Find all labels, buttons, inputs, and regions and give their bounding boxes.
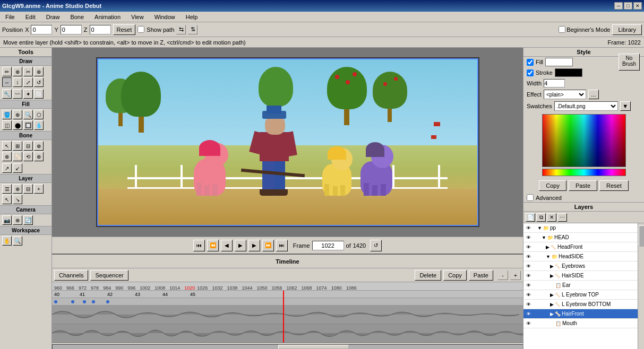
show-path-checkbox[interactable] xyxy=(138,26,144,33)
fliph-button[interactable]: ⇆ xyxy=(176,25,186,34)
layer-hairside[interactable]: 👁 ▶ 🦴 HairSIDE xyxy=(523,271,638,281)
step-back-button[interactable]: ◀ xyxy=(221,240,233,251)
z-input[interactable] xyxy=(90,25,111,34)
bone-tool-4[interactable]: ⊕ xyxy=(34,141,44,151)
fill-color-swatch[interactable] xyxy=(545,58,573,66)
fill-tool-3[interactable]: 🔍 xyxy=(23,110,33,119)
bone-tool-1[interactable]: ↖ xyxy=(2,141,12,151)
layer-hairfront[interactable]: 👁 ▶ 🦴 HairFront xyxy=(523,309,638,319)
layer-tool-1[interactable]: ☰ xyxy=(2,184,12,194)
layer-leyebrow-bottom[interactable]: 👁 ▶ 🦴 L Eyebrow BOTTOM xyxy=(523,300,638,309)
workspace-tool-1[interactable]: ✋ xyxy=(2,236,12,246)
camera-tool-3[interactable]: 🔄 xyxy=(23,215,33,225)
no-brush-button[interactable]: NoBrush xyxy=(619,54,640,71)
beginner-mode-checkbox[interactable] xyxy=(559,26,565,33)
layer-expand-leyebrow-top[interactable]: ▶ xyxy=(550,292,554,298)
draw-tool-8[interactable]: ↺ xyxy=(34,77,44,87)
swatches-more-button[interactable]: ▼ xyxy=(620,101,631,111)
fill-tool-1[interactable]: 🪣 xyxy=(2,110,12,119)
color-gradient-container[interactable] xyxy=(542,114,626,167)
menu-help[interactable]: Help xyxy=(183,13,201,21)
bone-tool-7[interactable]: ⟲ xyxy=(23,152,33,161)
menu-bone[interactable]: Bone xyxy=(67,13,87,21)
layer-new-button[interactable]: 📄 xyxy=(526,213,535,222)
effect-select[interactable]: <plain> xyxy=(544,90,586,99)
fill-tool-6[interactable]: ⬤ xyxy=(13,120,22,130)
layers-scrollbar[interactable] xyxy=(638,223,644,349)
layer-mouth[interactable]: 👁 📋 Mouth xyxy=(523,319,638,328)
timeline-scroll-thumb[interactable] xyxy=(278,345,349,349)
stroke-checkbox[interactable] xyxy=(527,69,534,76)
layer-eye-leyebrow-top[interactable]: 👁 xyxy=(525,291,532,299)
stroke-color-swatch[interactable] xyxy=(555,68,582,77)
play-button[interactable]: ▶ xyxy=(235,240,246,251)
draw-tool-12[interactable]: ⬜ xyxy=(34,89,44,99)
layer-eye-ear[interactable]: 👁 xyxy=(525,282,532,289)
layer-eye-eyebrows[interactable]: 👁 xyxy=(525,263,532,270)
draw-tool-3[interactable]: ✂ xyxy=(23,67,33,76)
bone-tool-9[interactable]: ↗ xyxy=(2,163,12,173)
layer-eye-headside[interactable]: 👁 xyxy=(525,253,532,260)
fill-tool-8[interactable]: 💧 xyxy=(34,120,44,130)
layer-eye-pp[interactable]: 👁 xyxy=(525,224,532,232)
draw-tool-6[interactable]: ↕ xyxy=(13,77,22,87)
draw-tool-9[interactable]: 🔧 xyxy=(2,89,12,99)
layer-expand-hairfront[interactable]: ▶ xyxy=(550,311,554,317)
layer-delete-button[interactable]: ✕ xyxy=(547,213,556,222)
bone-tool-5[interactable]: ⊗ xyxy=(2,152,12,161)
delete-button[interactable]: Delete xyxy=(415,270,441,281)
layer-headfront[interactable]: 👁 ▶ 🦴 HeadFront xyxy=(523,242,638,252)
bone-tool-3[interactable]: ⊟ xyxy=(23,141,33,151)
layer-eye-hairside[interactable]: 👁 xyxy=(525,272,532,280)
menu-animation[interactable]: Animation xyxy=(91,13,124,21)
menu-view[interactable]: View xyxy=(128,13,147,21)
layer-headside[interactable]: 👁 ▼ 📁 HeadSIDE xyxy=(523,252,638,261)
frame-input[interactable] xyxy=(312,241,344,250)
layer-expand-eyebrows[interactable]: ▶ xyxy=(550,264,554,269)
camera-tool-2[interactable]: ⊕ xyxy=(13,215,22,225)
flipv-button[interactable]: ⇅ xyxy=(188,25,198,34)
hue-slider[interactable] xyxy=(542,169,626,176)
fill-checkbox[interactable] xyxy=(527,59,534,66)
swatches-select[interactable]: .Default.png xyxy=(554,101,618,111)
layer-expand-headfront[interactable]: ▶ xyxy=(546,245,549,250)
close-button[interactable]: ✕ xyxy=(633,2,642,10)
zoom-out-timeline[interactable]: - xyxy=(497,271,508,280)
layer-eye-head[interactable]: 👁 xyxy=(525,234,532,241)
layer-eye-leyebrow-bottom[interactable]: 👁 xyxy=(525,301,532,308)
paste-button[interactable]: Paste xyxy=(469,270,493,281)
copy-timeline-button[interactable]: Copy xyxy=(443,270,467,281)
layer-pp[interactable]: 👁 ▼ 📁 pp xyxy=(523,223,638,233)
draw-tool-11[interactable]: ✦ xyxy=(23,89,33,99)
layer-tool-5[interactable]: ↖ xyxy=(2,195,12,204)
step-forward-button[interactable]: ▶ xyxy=(248,240,260,251)
layer-expand-head[interactable]: ▼ xyxy=(542,235,546,240)
advanced-checkbox[interactable] xyxy=(527,194,534,201)
fill-tool-2[interactable]: ⊕ xyxy=(13,110,22,119)
paste-style-button[interactable]: Paste xyxy=(569,180,597,191)
timeline-scroll-track[interactable] xyxy=(52,344,523,350)
bone-tool-6[interactable]: 🦴 xyxy=(13,152,22,161)
reset-button[interactable]: Reset xyxy=(113,24,136,35)
layers-scrollbar-thumb[interactable] xyxy=(639,225,644,247)
menu-edit[interactable]: Edit xyxy=(22,13,39,21)
draw-tool-4[interactable]: ⊗ xyxy=(34,67,44,76)
bone-tool-8[interactable]: ⊕ xyxy=(34,152,44,161)
menu-draw[interactable]: Draw xyxy=(43,13,63,21)
layer-expand-leyebrow-bottom[interactable]: ▶ xyxy=(550,302,554,307)
channels-tab[interactable]: Channels xyxy=(54,270,88,281)
copy-style-button[interactable]: Copy xyxy=(539,180,566,191)
layer-leyebrow-top[interactable]: 👁 ▶ 🦴 L Eyebrow TOP xyxy=(523,290,638,300)
minimize-button[interactable]: ─ xyxy=(614,2,623,10)
layer-expand-headside[interactable]: ▼ xyxy=(546,254,551,259)
sequencer-tab[interactable]: Sequencer xyxy=(90,270,128,281)
layer-head[interactable]: 👁 ▼ 📁 HEAD xyxy=(523,233,638,242)
layer-tool-3[interactable]: ⊟ xyxy=(23,184,33,194)
goto-start-button[interactable]: ⏮ xyxy=(193,240,205,251)
draw-tool-2[interactable]: ⊕ xyxy=(13,67,22,76)
layer-tool-6[interactable]: ↘ xyxy=(13,195,22,204)
layer-eye-mouth[interactable]: 👁 xyxy=(525,320,532,327)
workspace-tool-2[interactable]: 🔍 xyxy=(13,236,22,246)
menu-file[interactable]: File xyxy=(2,13,18,21)
draw-tool-10[interactable]: 〰 xyxy=(13,89,22,99)
